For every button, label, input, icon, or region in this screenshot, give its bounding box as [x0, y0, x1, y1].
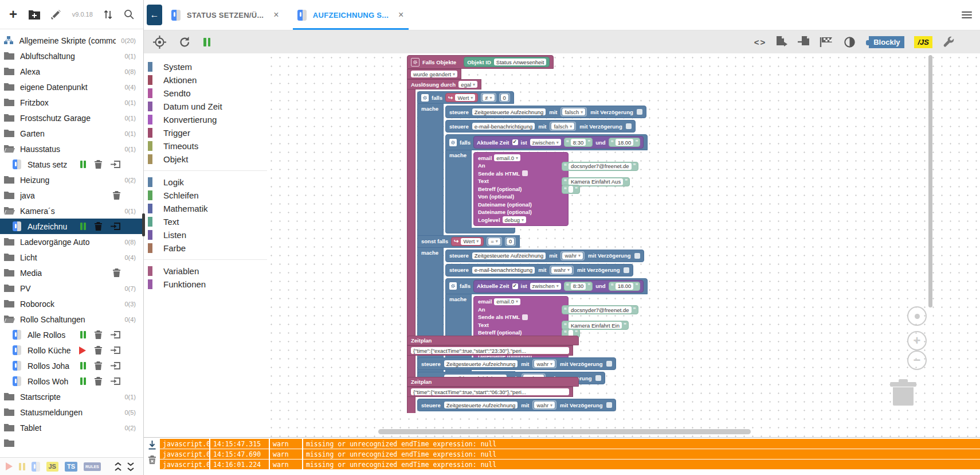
trash-icon[interactable]	[95, 222, 102, 231]
oid-field[interactable]: Zeitgesteuerte Aufzeichnung	[472, 108, 546, 115]
html-checkbox[interactable]	[522, 170, 528, 176]
tree-folder-row[interactable]: Hausstatus0(1)	[0, 141, 143, 157]
cron-field[interactable]: {"time":{"exactTime":true,"start":"23:30…	[411, 347, 569, 354]
blockly-mode-button[interactable]: Blockly	[869, 36, 904, 48]
value-dropdown[interactable]: wahr	[534, 402, 555, 408]
tree-folder-row[interactable]: java	[0, 188, 143, 203]
time-checkbox[interactable]	[512, 139, 518, 145]
tree-script-row[interactable]: Alle Rollos	[0, 327, 143, 342]
tree-folder-row[interactable]: Ladevorgänge Auto0(8)	[0, 234, 143, 250]
export-icon[interactable]	[111, 330, 120, 339]
tree-script-row[interactable]: Rollo Küche	[0, 342, 143, 358]
html-checkbox[interactable]	[522, 314, 528, 320]
tree-folder-row[interactable]: Statusmeldungen0(5)	[0, 404, 143, 420]
delay-checkbox[interactable]	[624, 267, 629, 273]
block-steuere[interactable]: steuere e-mail-benachrichtigung mit fals…	[445, 120, 636, 133]
filter-pause-icon[interactable]	[19, 463, 25, 470]
trash-icon[interactable]	[95, 361, 102, 370]
tree-folder-row[interactable]: Frostschutz Garage0(1)	[0, 110, 143, 126]
block-email[interactable]: emailemail.0 Andocsnyder7@freenet.de Sen…	[473, 152, 569, 226]
export-icon[interactable]	[111, 160, 120, 169]
tree-folder-row[interactable]: Alexa0(8)	[0, 64, 143, 79]
block-steuere[interactable]: steuere e-mail-benachrichtigung mit wahr…	[445, 264, 633, 277]
export-icon[interactable]	[111, 346, 120, 355]
toolbox-category[interactable]: Funktionen	[144, 278, 267, 291]
tree-folder-row[interactable]: Kamera´s0(1)	[0, 203, 143, 219]
filter-play-icon[interactable]	[6, 462, 13, 470]
operator-dropdown[interactable]: ≠	[483, 94, 494, 101]
back-button[interactable]: ←	[147, 5, 162, 25]
search-icon[interactable]	[124, 9, 134, 20]
oid-field[interactable]: Zeitgesteuerte Aufzeichnung	[472, 252, 546, 259]
expand-all-icon[interactable]	[115, 462, 121, 472]
tree-folder-row[interactable]: Tablet0(2)	[0, 420, 143, 435]
block-aktuelle-zeit[interactable]: Aktuelle Zeit ist zwischen 8:30 und 18.0…	[473, 280, 644, 293]
tree-folder-row[interactable]: Allgemeine Skripte (common)0(20)	[0, 33, 143, 48]
oid-field[interactable]: e-mail-benachrichtigung	[472, 267, 535, 274]
number-field[interactable]: 0	[501, 94, 508, 101]
changed-dropdown[interactable]: wurde geändert	[411, 71, 457, 77]
wrench-settings-icon[interactable]	[942, 36, 955, 48]
toolbox-category[interactable]: Objekt	[144, 153, 267, 166]
tree-folder-row[interactable]: Garten0(1)	[0, 126, 143, 141]
tab-status-setzen[interactable]: STATUS SETZEN/Ü... ×	[162, 0, 288, 30]
number-field[interactable]: 0	[507, 238, 514, 245]
operator-dropdown[interactable]: =	[488, 238, 500, 245]
block-steuere[interactable]: steuere Zeitgesteuerte Aufzeichnung mit …	[445, 106, 646, 118]
tab-aufzeichnung[interactable]: AUFZEICHNUNG S... ×	[288, 0, 413, 30]
tree-folder-row[interactable]: Licht0(4)	[0, 250, 143, 265]
tree-script-row[interactable]: Aufzeichnu	[0, 219, 143, 234]
collapse-all-icon[interactable]	[127, 462, 134, 472]
block-objekt-id[interactable]: Objekt ID Status Anwesenheit	[464, 57, 550, 67]
block-steuere[interactable]: steuere Zeitgesteuerte Aufzeichnung mit …	[417, 399, 616, 411]
toolbox-category[interactable]: Logik	[144, 176, 267, 189]
time-checkbox[interactable]	[512, 283, 518, 289]
sort-icon[interactable]	[104, 10, 112, 20]
play-icon[interactable]	[79, 346, 86, 355]
toolbox-category[interactable]: Farbe	[144, 242, 267, 255]
vertical-scrollbar[interactable]	[928, 55, 932, 307]
trash-icon[interactable]	[95, 160, 102, 169]
block-wert[interactable]: ↪Wert	[451, 237, 484, 246]
value-dropdown[interactable]: falsch	[551, 123, 574, 130]
toolbox-category[interactable]: Mathematik	[144, 202, 267, 215]
zoom-in-icon[interactable]: +	[907, 331, 927, 351]
objekt-id-field[interactable]: Status Anwesenheit	[494, 59, 546, 65]
loglevel-dropdown[interactable]: debug	[503, 216, 526, 223]
add-folder-icon[interactable]	[29, 10, 40, 20]
cron-field[interactable]: {"time":{"exactTime":true,"start":"06:30…	[411, 388, 569, 395]
toolbox-category[interactable]: Schleifen	[144, 189, 267, 202]
export-icon[interactable]	[111, 377, 120, 386]
toolbox-category[interactable]: Listen	[144, 228, 267, 242]
toolbox-category[interactable]: Datum und Zeit	[144, 100, 267, 113]
mutator-gear-icon[interactable]	[421, 94, 429, 102]
value-dropdown[interactable]: wahr	[562, 252, 583, 259]
trash-icon[interactable]	[95, 346, 102, 355]
filter-js-badge[interactable]: JS	[46, 462, 58, 472]
locate-block-icon[interactable]	[153, 36, 166, 49]
pause-icon[interactable]	[80, 161, 87, 168]
workspace-trash-icon[interactable]	[890, 379, 916, 406]
value-dropdown[interactable]: wahr	[551, 267, 572, 274]
show-code-icon[interactable]: <>	[754, 37, 767, 47]
export-blocks-icon[interactable]	[776, 36, 788, 48]
toolbox-category[interactable]: Konvertierung	[144, 113, 267, 126]
toolbox-category[interactable]: System	[144, 60, 267, 73]
menu-icon[interactable]	[962, 11, 972, 18]
oid-field[interactable]: Zeitgesteuerte Aufzeichnung	[444, 402, 518, 408]
mutator-gear-icon[interactable]	[449, 282, 457, 290]
tree-folder-row[interactable]: eigene Datenpunkt0(4)	[0, 79, 143, 95]
tree-folder-row[interactable]: Heizung0(2)	[0, 172, 143, 188]
block-wert[interactable]: ↪Wert	[445, 93, 478, 102]
edit-pencil-icon[interactable]	[51, 10, 61, 20]
delay-checkbox[interactable]	[637, 109, 642, 115]
theme-contrast-icon[interactable]	[844, 36, 856, 48]
refresh-icon[interactable]	[179, 36, 191, 48]
tree-folder-row[interactable]: Roborock0(3)	[0, 296, 143, 312]
zoom-reset-icon[interactable]	[907, 306, 927, 326]
js-mode-button[interactable]: /JS	[914, 36, 932, 48]
delay-checkbox[interactable]	[634, 253, 640, 259]
horizontal-scrollbar[interactable]	[378, 429, 751, 434]
toolbox-category[interactable]: Sendto	[144, 87, 267, 100]
tree-script-row[interactable]: Rollos Woh	[0, 373, 143, 389]
